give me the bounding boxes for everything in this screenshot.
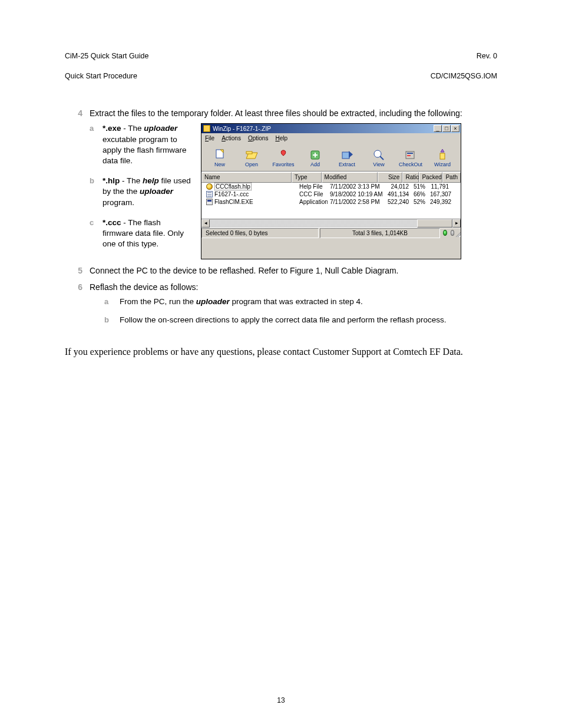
svg-rect-11 bbox=[407, 155, 411, 156]
step-5-number: 5 bbox=[65, 265, 90, 276]
scroll-right-button[interactable]: ▸ bbox=[452, 219, 461, 228]
checkout-icon bbox=[404, 148, 418, 161]
status-total: Total 3 files, 1,014KB bbox=[320, 228, 440, 239]
tool-extract[interactable]: Extract bbox=[332, 146, 362, 170]
col-name[interactable]: Name bbox=[201, 172, 292, 183]
winzip-statusbar: Selected 0 files, 0 bytes Total 3 files,… bbox=[201, 228, 461, 239]
status-led-off-icon bbox=[451, 230, 455, 236]
winzip-column-headers: Name Type Modified Size Ratio Packed Pat… bbox=[201, 172, 461, 183]
file-type: Application bbox=[297, 198, 328, 206]
ccc-file-icon bbox=[206, 191, 213, 197]
tool-wizard-label: Wizard bbox=[434, 161, 451, 168]
scroll-track[interactable] bbox=[210, 219, 452, 228]
file-row[interactable]: CCCflash.hlp Help File 7/11/2002 3:13 PM… bbox=[201, 183, 461, 190]
tool-favorites[interactable]: Favorites bbox=[269, 146, 298, 170]
step-4a: a *.exe - The uploader excutable program… bbox=[90, 123, 193, 166]
tool-new-label: New bbox=[214, 161, 225, 168]
file-type: Help File bbox=[297, 183, 328, 190]
file-packed: 167,307 bbox=[428, 190, 451, 198]
step-4a-emph: uploader bbox=[144, 124, 177, 133]
resize-grip-icon[interactable] bbox=[456, 229, 461, 237]
extract-icon bbox=[340, 148, 354, 161]
wizard-icon bbox=[435, 148, 449, 161]
tool-open[interactable]: Open bbox=[237, 146, 266, 170]
winzip-title-text: WinZip - F1627-1-.ZIP bbox=[213, 125, 434, 133]
exe-file-icon bbox=[206, 199, 213, 205]
scroll-thumb[interactable] bbox=[417, 219, 452, 228]
file-size: 491,134 bbox=[385, 190, 411, 198]
tool-view[interactable]: View bbox=[364, 146, 394, 170]
step-4b: b *.hlp - The help file used by the the … bbox=[90, 176, 193, 208]
col-packed[interactable]: Packed bbox=[419, 172, 442, 183]
menu-options[interactable]: Options bbox=[248, 134, 268, 143]
winzip-file-list: CCCflash.hlp Help File 7/11/2002 3:13 PM… bbox=[201, 183, 461, 219]
close-button[interactable]: × bbox=[451, 125, 459, 132]
open-icon bbox=[244, 148, 259, 161]
tool-add[interactable]: Add bbox=[300, 146, 330, 170]
winzip-menubar: File Actions Options Help bbox=[201, 133, 461, 144]
step-4b-letter: b bbox=[90, 176, 103, 208]
step-4c-letter: c bbox=[90, 218, 103, 250]
file-row[interactable]: F1627-1-.ccc CCC File 9/18/2002 10:19 AM… bbox=[201, 190, 461, 198]
file-name: F1627-1-.ccc bbox=[214, 190, 249, 198]
favorites-icon bbox=[276, 148, 290, 161]
svg-marker-6 bbox=[349, 151, 353, 158]
step-6a-emph: uploader bbox=[196, 297, 230, 306]
step-6a-post: program that was extracted in step 4. bbox=[230, 297, 363, 306]
svg-marker-13 bbox=[441, 149, 444, 152]
file-path bbox=[451, 183, 458, 190]
step-4-number: 4 bbox=[65, 108, 90, 259]
winzip-window: WinZip - F1627-1-.ZIP _ □ × File Actions… bbox=[201, 123, 461, 259]
add-icon bbox=[308, 148, 322, 161]
menu-help[interactable]: Help bbox=[275, 134, 287, 143]
tool-view-label: View bbox=[373, 161, 384, 168]
file-row[interactable]: FlashCIM.EXE Application 7/11/2002 2:58 … bbox=[201, 198, 461, 206]
file-packed: 249,392 bbox=[428, 198, 451, 206]
winzip-titlebar[interactable]: WinZip - F1627-1-.ZIP _ □ × bbox=[201, 124, 461, 133]
step-4a-tail: excutable program to apply the flash fir… bbox=[103, 135, 187, 165]
col-size[interactable]: Size bbox=[378, 172, 403, 183]
svg-rect-10 bbox=[407, 153, 413, 154]
tool-favorites-label: Favorites bbox=[272, 161, 294, 168]
menu-file[interactable]: File bbox=[205, 134, 214, 143]
menu-actions[interactable]: Actions bbox=[222, 134, 241, 143]
col-ratio[interactable]: Ratio bbox=[402, 172, 419, 183]
col-path[interactable]: Path bbox=[442, 172, 461, 183]
tool-new[interactable]: New bbox=[205, 146, 234, 170]
header-right-1: Rev. 0 bbox=[477, 52, 497, 60]
step-6-text: Reflash the device as follows: bbox=[90, 282, 497, 293]
tool-checkout[interactable]: CheckOut bbox=[396, 146, 425, 170]
svg-line-8 bbox=[380, 156, 384, 160]
step-5: 5 Connect the PC to the device to be ref… bbox=[65, 265, 497, 276]
file-name: CCCflash.hlp bbox=[214, 183, 252, 190]
col-modified[interactable]: Modified bbox=[322, 172, 378, 183]
step-6b-letter: b bbox=[104, 315, 120, 325]
tool-extract-label: Extract bbox=[339, 161, 355, 168]
winzip-h-scrollbar[interactable]: ◂ ▸ bbox=[201, 219, 461, 228]
step-4c: c *.ccc - The flash firmware data file. … bbox=[90, 218, 193, 250]
svg-rect-3 bbox=[246, 151, 252, 154]
col-type[interactable]: Type bbox=[292, 172, 322, 183]
minimize-button[interactable]: _ bbox=[434, 125, 442, 132]
step-4c-prefix: *.ccc bbox=[103, 218, 121, 227]
step-6: 6 Reflash the device as follows: a From … bbox=[65, 282, 497, 332]
file-packed: 11,791 bbox=[428, 183, 451, 190]
file-modified: 9/18/2002 10:19 AM bbox=[328, 190, 385, 198]
step-6a-pre: From the PC, run the bbox=[120, 297, 196, 306]
winzip-app-icon bbox=[203, 125, 210, 132]
tool-checkout-label: CheckOut bbox=[399, 161, 422, 168]
scroll-left-button[interactable]: ◂ bbox=[201, 219, 210, 228]
step-6b-text: Follow the on-screen directions to apply… bbox=[120, 315, 497, 325]
step-6-number: 6 bbox=[65, 282, 90, 332]
file-path bbox=[451, 190, 458, 198]
tool-add-label: Add bbox=[310, 161, 320, 168]
step-4b-emph2: uploader bbox=[140, 187, 173, 196]
tool-wizard[interactable]: Wizard bbox=[428, 146, 457, 170]
step-4a-sep: - The bbox=[121, 124, 144, 133]
file-size: 522,240 bbox=[385, 198, 411, 206]
svg-rect-12 bbox=[440, 153, 445, 159]
file-size: 24,012 bbox=[385, 183, 411, 190]
view-icon bbox=[372, 148, 386, 161]
maximize-button[interactable]: □ bbox=[442, 125, 451, 132]
file-modified: 7/11/2002 3:13 PM bbox=[328, 183, 385, 190]
